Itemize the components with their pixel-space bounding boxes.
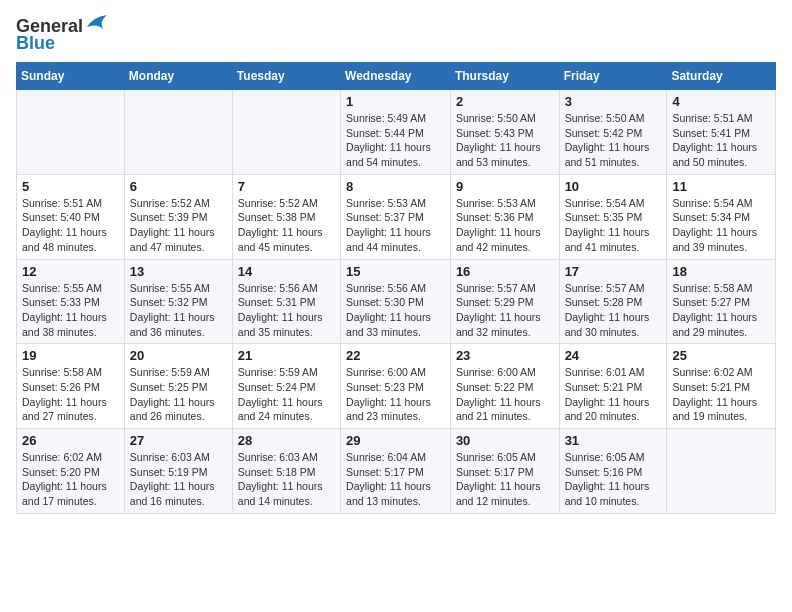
day-info: Sunrise: 5:59 AMSunset: 5:24 PMDaylight:… [238,365,335,424]
calendar-day-27: 27Sunrise: 6:03 AMSunset: 5:19 PMDayligh… [124,429,232,514]
calendar-header-row: SundayMondayTuesdayWednesdayThursdayFrid… [17,63,776,90]
day-number: 4 [672,94,770,109]
day-info: Sunrise: 6:04 AMSunset: 5:17 PMDaylight:… [346,450,445,509]
day-number: 14 [238,264,335,279]
day-number: 27 [130,433,227,448]
calendar-day-19: 19Sunrise: 5:58 AMSunset: 5:26 PMDayligh… [17,344,125,429]
calendar-day-18: 18Sunrise: 5:58 AMSunset: 5:27 PMDayligh… [667,259,776,344]
day-info: Sunrise: 5:51 AMSunset: 5:41 PMDaylight:… [672,111,770,170]
page-header: General Blue [16,16,776,54]
day-number: 19 [22,348,119,363]
logo-bird-icon [85,15,107,31]
calendar-day-29: 29Sunrise: 6:04 AMSunset: 5:17 PMDayligh… [341,429,451,514]
day-info: Sunrise: 6:00 AMSunset: 5:23 PMDaylight:… [346,365,445,424]
calendar-day-22: 22Sunrise: 6:00 AMSunset: 5:23 PMDayligh… [341,344,451,429]
day-number: 5 [22,179,119,194]
weekday-header-wednesday: Wednesday [341,63,451,90]
day-info: Sunrise: 5:56 AMSunset: 5:31 PMDaylight:… [238,281,335,340]
calendar-day-21: 21Sunrise: 5:59 AMSunset: 5:24 PMDayligh… [232,344,340,429]
calendar-empty-cell [232,90,340,175]
day-number: 6 [130,179,227,194]
calendar-day-13: 13Sunrise: 5:55 AMSunset: 5:32 PMDayligh… [124,259,232,344]
day-info: Sunrise: 6:03 AMSunset: 5:18 PMDaylight:… [238,450,335,509]
day-info: Sunrise: 6:01 AMSunset: 5:21 PMDaylight:… [565,365,662,424]
calendar-day-10: 10Sunrise: 5:54 AMSunset: 5:35 PMDayligh… [559,174,667,259]
day-number: 2 [456,94,554,109]
day-info: Sunrise: 5:56 AMSunset: 5:30 PMDaylight:… [346,281,445,340]
calendar-day-9: 9Sunrise: 5:53 AMSunset: 5:36 PMDaylight… [450,174,559,259]
day-number: 15 [346,264,445,279]
day-info: Sunrise: 5:50 AMSunset: 5:42 PMDaylight:… [565,111,662,170]
calendar-week-row: 12Sunrise: 5:55 AMSunset: 5:33 PMDayligh… [17,259,776,344]
day-number: 23 [456,348,554,363]
calendar-day-25: 25Sunrise: 6:02 AMSunset: 5:21 PMDayligh… [667,344,776,429]
day-info: Sunrise: 5:52 AMSunset: 5:38 PMDaylight:… [238,196,335,255]
day-info: Sunrise: 5:55 AMSunset: 5:33 PMDaylight:… [22,281,119,340]
calendar-week-row: 5Sunrise: 5:51 AMSunset: 5:40 PMDaylight… [17,174,776,259]
calendar-day-20: 20Sunrise: 5:59 AMSunset: 5:25 PMDayligh… [124,344,232,429]
day-number: 11 [672,179,770,194]
day-info: Sunrise: 5:58 AMSunset: 5:26 PMDaylight:… [22,365,119,424]
calendar-day-2: 2Sunrise: 5:50 AMSunset: 5:43 PMDaylight… [450,90,559,175]
calendar-day-26: 26Sunrise: 6:02 AMSunset: 5:20 PMDayligh… [17,429,125,514]
calendar-day-11: 11Sunrise: 5:54 AMSunset: 5:34 PMDayligh… [667,174,776,259]
day-number: 12 [22,264,119,279]
day-info: Sunrise: 5:57 AMSunset: 5:28 PMDaylight:… [565,281,662,340]
calendar-day-31: 31Sunrise: 6:05 AMSunset: 5:16 PMDayligh… [559,429,667,514]
calendar-day-7: 7Sunrise: 5:52 AMSunset: 5:38 PMDaylight… [232,174,340,259]
day-info: Sunrise: 5:49 AMSunset: 5:44 PMDaylight:… [346,111,445,170]
calendar-empty-cell [124,90,232,175]
calendar-day-16: 16Sunrise: 5:57 AMSunset: 5:29 PMDayligh… [450,259,559,344]
day-info: Sunrise: 6:05 AMSunset: 5:16 PMDaylight:… [565,450,662,509]
day-number: 31 [565,433,662,448]
calendar-day-17: 17Sunrise: 5:57 AMSunset: 5:28 PMDayligh… [559,259,667,344]
day-info: Sunrise: 6:02 AMSunset: 5:21 PMDaylight:… [672,365,770,424]
day-info: Sunrise: 5:55 AMSunset: 5:32 PMDaylight:… [130,281,227,340]
calendar-week-row: 19Sunrise: 5:58 AMSunset: 5:26 PMDayligh… [17,344,776,429]
day-info: Sunrise: 6:03 AMSunset: 5:19 PMDaylight:… [130,450,227,509]
day-number: 22 [346,348,445,363]
weekday-header-monday: Monday [124,63,232,90]
day-info: Sunrise: 5:53 AMSunset: 5:37 PMDaylight:… [346,196,445,255]
calendar-week-row: 26Sunrise: 6:02 AMSunset: 5:20 PMDayligh… [17,429,776,514]
day-info: Sunrise: 5:59 AMSunset: 5:25 PMDaylight:… [130,365,227,424]
day-number: 9 [456,179,554,194]
day-info: Sunrise: 5:52 AMSunset: 5:39 PMDaylight:… [130,196,227,255]
calendar-day-3: 3Sunrise: 5:50 AMSunset: 5:42 PMDaylight… [559,90,667,175]
day-number: 16 [456,264,554,279]
calendar-week-row: 1Sunrise: 5:49 AMSunset: 5:44 PMDaylight… [17,90,776,175]
day-number: 25 [672,348,770,363]
day-info: Sunrise: 5:58 AMSunset: 5:27 PMDaylight:… [672,281,770,340]
calendar-day-6: 6Sunrise: 5:52 AMSunset: 5:39 PMDaylight… [124,174,232,259]
day-number: 1 [346,94,445,109]
day-number: 28 [238,433,335,448]
weekday-header-tuesday: Tuesday [232,63,340,90]
weekday-header-thursday: Thursday [450,63,559,90]
day-info: Sunrise: 5:53 AMSunset: 5:36 PMDaylight:… [456,196,554,255]
weekday-header-saturday: Saturday [667,63,776,90]
calendar-day-30: 30Sunrise: 6:05 AMSunset: 5:17 PMDayligh… [450,429,559,514]
day-info: Sunrise: 5:54 AMSunset: 5:34 PMDaylight:… [672,196,770,255]
day-info: Sunrise: 6:02 AMSunset: 5:20 PMDaylight:… [22,450,119,509]
calendar-day-5: 5Sunrise: 5:51 AMSunset: 5:40 PMDaylight… [17,174,125,259]
day-number: 10 [565,179,662,194]
calendar-day-14: 14Sunrise: 5:56 AMSunset: 5:31 PMDayligh… [232,259,340,344]
calendar-empty-cell [667,429,776,514]
day-info: Sunrise: 5:50 AMSunset: 5:43 PMDaylight:… [456,111,554,170]
day-number: 3 [565,94,662,109]
day-number: 13 [130,264,227,279]
calendar-day-1: 1Sunrise: 5:49 AMSunset: 5:44 PMDaylight… [341,90,451,175]
calendar-empty-cell [17,90,125,175]
calendar-day-4: 4Sunrise: 5:51 AMSunset: 5:41 PMDaylight… [667,90,776,175]
day-number: 20 [130,348,227,363]
day-number: 26 [22,433,119,448]
calendar-table: SundayMondayTuesdayWednesdayThursdayFrid… [16,62,776,514]
logo: General Blue [16,16,107,54]
day-info: Sunrise: 5:57 AMSunset: 5:29 PMDaylight:… [456,281,554,340]
weekday-header-sunday: Sunday [17,63,125,90]
day-number: 7 [238,179,335,194]
weekday-header-friday: Friday [559,63,667,90]
logo-blue: Blue [16,33,55,54]
day-number: 29 [346,433,445,448]
calendar-day-24: 24Sunrise: 6:01 AMSunset: 5:21 PMDayligh… [559,344,667,429]
